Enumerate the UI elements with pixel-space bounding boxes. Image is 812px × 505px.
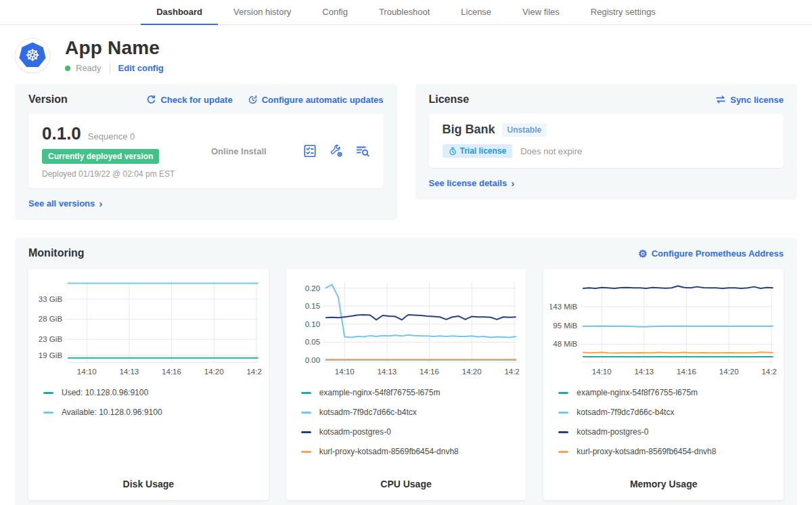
legend-label: kurl-proxy-kotsadm-8569fb6454-dnvh8 bbox=[319, 447, 459, 456]
svg-text:14:23: 14:23 bbox=[762, 368, 777, 376]
chart-legend: Used: 10.128.0.96:9100 Available: 10.128… bbox=[43, 388, 262, 427]
sync-arrows-icon bbox=[715, 95, 726, 104]
svg-text:14:10: 14:10 bbox=[592, 368, 612, 376]
svg-text:14:13: 14:13 bbox=[377, 368, 397, 376]
legend-label: kotsadm-7f9dc7d66c-b4tcx bbox=[577, 408, 674, 417]
svg-text:14:16: 14:16 bbox=[420, 368, 439, 376]
preflight-checklist-icon[interactable] bbox=[302, 144, 317, 158]
sync-license-link[interactable]: Sync license bbox=[715, 95, 784, 105]
license-expiry: Does not expire bbox=[520, 146, 582, 156]
legend-label: example-nginx-54f8f76755-l675m bbox=[319, 388, 441, 397]
legend-color-dash bbox=[558, 451, 568, 453]
legend-color-dash bbox=[301, 392, 311, 394]
gear-icon: ⚙ bbox=[638, 248, 647, 259]
legend-item: Available: 10.128.0.96:9100 bbox=[43, 408, 262, 417]
svg-text:14:23: 14:23 bbox=[504, 368, 519, 376]
deployed-timestamp: Deployed 01/19/22 @ 02:04 pm EST bbox=[42, 169, 211, 179]
svg-text:14:13: 14:13 bbox=[119, 368, 139, 376]
legend-label: kotsadm-7f9dc7d66c-b4tcx bbox=[319, 408, 417, 417]
svg-text:33 GiB: 33 GiB bbox=[39, 295, 63, 303]
legend-label: kotsadm-postgres-0 bbox=[319, 427, 391, 437]
configure-prometheus-link[interactable]: ⚙ Configure Prometheus Address bbox=[638, 248, 784, 259]
refresh-icon bbox=[146, 95, 156, 105]
legend-color-dash bbox=[301, 412, 311, 414]
legend-item: kotsadm-7f9dc7d66c-b4tcx bbox=[558, 408, 777, 417]
chart-legend: example-nginx-54f8f76755-l675m kotsadm-7… bbox=[558, 388, 777, 466]
chart-title: Disk Usage bbox=[35, 475, 262, 489]
tab-license[interactable]: License bbox=[445, 0, 507, 25]
svg-text:23 GiB: 23 GiB bbox=[39, 335, 63, 343]
svg-text:14:20: 14:20 bbox=[461, 368, 481, 376]
chart-card-cpu-usage: 0.000.050.100.150.2014:1014:1314:1614:20… bbox=[286, 269, 526, 500]
trial-license-badge: Trial license bbox=[443, 144, 513, 158]
svg-text:0.05: 0.05 bbox=[304, 338, 319, 346]
svg-text:0.15: 0.15 bbox=[304, 302, 319, 310]
legend-color-dash bbox=[43, 412, 53, 414]
svg-text:95 MiB: 95 MiB bbox=[554, 322, 578, 330]
chart-title: Memory Usage bbox=[550, 475, 777, 489]
legend-label: Available: 10.128.0.96:9100 bbox=[62, 408, 162, 417]
chart-card-disk-usage: 19 GiB23 GiB28 GiB33 GiB14:1014:1314:161… bbox=[28, 269, 269, 500]
logs-search-icon[interactable] bbox=[355, 144, 370, 158]
chevron-right-icon: › bbox=[511, 178, 514, 188]
tab-view-files[interactable]: View files bbox=[507, 0, 575, 25]
legend-item: kurl-proxy-kotsadm-8569fb6454-dnvh8 bbox=[301, 447, 520, 456]
legend-label: kotsadm-postgres-0 bbox=[577, 427, 648, 437]
check-for-update-link[interactable]: Check for update bbox=[146, 95, 232, 105]
legend-item: Used: 10.128.0.96:9100 bbox=[43, 388, 262, 397]
svg-text:28 GiB: 28 GiB bbox=[39, 315, 63, 323]
kubernetes-wheel-icon: ☸ bbox=[19, 43, 46, 68]
configure-automatic-updates-link[interactable]: Configure automatic updates bbox=[248, 95, 384, 105]
status-text: Ready bbox=[76, 63, 102, 73]
version-title: Version bbox=[28, 93, 68, 106]
legend-item: kotsadm-postgres-0 bbox=[301, 427, 520, 437]
clock-refresh-icon bbox=[248, 95, 258, 105]
tab-version-history[interactable]: Version history bbox=[218, 0, 307, 25]
svg-text:14:16: 14:16 bbox=[162, 368, 181, 376]
legend-label: kurl-proxy-kotsadm-8569fb6454-dnvh8 bbox=[577, 447, 716, 456]
tab-troubleshoot[interactable]: Troubleshoot bbox=[363, 0, 445, 25]
legend-item: example-nginx-54f8f76755-l675m bbox=[558, 388, 777, 397]
svg-text:0.10: 0.10 bbox=[304, 320, 319, 328]
chart-legend: example-nginx-54f8f76755-l675m kotsadm-7… bbox=[301, 388, 520, 466]
chart-plot: 19 GiB23 GiB28 GiB33 GiB14:1014:1314:161… bbox=[35, 278, 262, 380]
svg-text:14:10: 14:10 bbox=[77, 368, 97, 376]
see-license-details-link[interactable]: See license details › bbox=[429, 178, 515, 188]
tab-registry-settings[interactable]: Registry settings bbox=[575, 0, 671, 25]
svg-text:0.00: 0.00 bbox=[304, 356, 319, 364]
tab-config[interactable]: Config bbox=[307, 0, 363, 25]
legend-label: example-nginx-54f8f76755-l675m bbox=[577, 388, 698, 397]
svg-text:14:16: 14:16 bbox=[677, 368, 696, 376]
app-logo: ☸ bbox=[15, 38, 50, 73]
legend-color-dash bbox=[558, 431, 568, 433]
svg-text:14:20: 14:20 bbox=[719, 368, 739, 376]
svg-text:14:23: 14:23 bbox=[246, 368, 261, 376]
install-type-label: Online Install bbox=[211, 146, 302, 156]
see-all-versions-link[interactable]: See all versions › bbox=[28, 198, 102, 208]
tab-dashboard[interactable]: Dashboard bbox=[141, 0, 218, 25]
chevron-right-icon: › bbox=[99, 198, 102, 208]
version-sequence: Sequence 0 bbox=[88, 131, 135, 141]
legend-item: kotsadm-postgres-0 bbox=[558, 427, 777, 437]
stopwatch-icon bbox=[449, 147, 457, 156]
edit-config-link[interactable]: Edit config bbox=[118, 63, 164, 73]
legend-color-dash bbox=[301, 451, 311, 453]
svg-text:14:20: 14:20 bbox=[204, 368, 224, 376]
legend-item: kotsadm-7f9dc7d66c-b4tcx bbox=[301, 408, 520, 417]
legend-color-dash bbox=[558, 392, 568, 394]
svg-text:143 MiB: 143 MiB bbox=[550, 303, 577, 311]
legend-color-dash bbox=[43, 392, 53, 394]
chart-plot: 48 MiB95 MiB143 MiB14:1014:1314:1614:201… bbox=[550, 278, 777, 380]
license-card: License Sync license Big Bank Unstable bbox=[415, 84, 798, 200]
legend-item: kurl-proxy-kotsadm-8569fb6454-dnvh8 bbox=[558, 447, 777, 456]
page-title: App Name bbox=[65, 37, 164, 59]
chart-plot: 0.000.050.100.150.2014:1014:1314:1614:20… bbox=[293, 278, 520, 380]
legend-item: example-nginx-54f8f76755-l675m bbox=[301, 388, 520, 397]
chart-title: CPU Usage bbox=[293, 475, 520, 489]
svg-text:0.20: 0.20 bbox=[304, 284, 319, 292]
legend-label: Used: 10.128.0.96:9100 bbox=[62, 388, 148, 397]
svg-text:14:10: 14:10 bbox=[335, 368, 355, 376]
version-card: Version Check for update Configure autom… bbox=[15, 84, 397, 220]
monitoring-section: Monitoring ⚙ Configure Prometheus Addres… bbox=[15, 238, 797, 505]
wrench-gear-icon[interactable] bbox=[329, 144, 344, 158]
